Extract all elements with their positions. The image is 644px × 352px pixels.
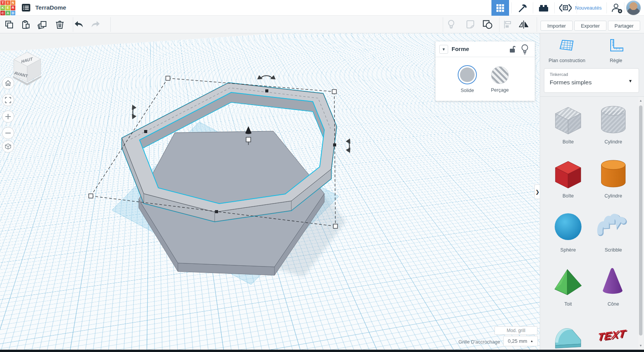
redo-icon: [90, 20, 100, 29]
paste-icon: [21, 20, 30, 29]
logo-cell: C: [0, 11, 5, 15]
rotate-handle-right[interactable]: [346, 138, 350, 153]
sidebar-scrollbar[interactable]: ▲ ▼: [638, 97, 643, 350]
logo-cell: R: [11, 5, 15, 10]
codeblocks-icon: [559, 3, 572, 13]
shape-item-scribble[interactable]: Scribble: [591, 210, 636, 264]
roof-thumbnail: [550, 264, 586, 301]
3d-designs-tab[interactable]: [491, 0, 509, 16]
zoom-out-button[interactable]: [2, 127, 14, 139]
logo-cell: K: [0, 5, 5, 10]
notes-button[interactable]: [465, 19, 476, 30]
shape-inspector-header: ▼ Forme: [435, 41, 535, 57]
shape-item-cyl-hole[interactable]: Cylindre: [591, 102, 636, 156]
export-button[interactable]: Exporter: [574, 21, 606, 31]
rotate-handle-top[interactable]: [257, 75, 276, 79]
minecraft-tab[interactable]: [511, 0, 533, 16]
logo-cell: D: [11, 11, 15, 15]
workplane-tool[interactable]: Plan construction: [544, 39, 590, 63]
lock-open-icon[interactable]: [508, 44, 518, 54]
scroll-down-icon[interactable]: ▼: [638, 343, 643, 349]
paste-button[interactable]: [20, 19, 31, 30]
zoom-in-button[interactable]: [2, 110, 14, 123]
elevate-handle[interactable]: [245, 126, 251, 134]
tinkercad-logo[interactable]: TINKERCAD: [0, 0, 16, 16]
inspector-title: Forme: [452, 46, 469, 52]
shape-item-sphere[interactable]: Sphère: [545, 210, 591, 264]
nouveautes-link[interactable]: Nouveautés: [575, 0, 601, 16]
copy-button[interactable]: [4, 19, 15, 30]
shape-gallery: Boîte Cylindre Boîte Cylindre: [542, 97, 636, 350]
duplicate-button[interactable]: [37, 19, 48, 30]
invite-button[interactable]: [609, 0, 625, 16]
home-view-button[interactable]: [2, 77, 14, 89]
box-hole-thumbnail: [550, 102, 586, 138]
group-button[interactable]: [482, 19, 493, 30]
trash-icon: [56, 20, 64, 29]
person-add-icon: [611, 3, 623, 13]
sidebar-collapse-tab[interactable]: ❯: [534, 184, 540, 199]
logo-cell: N: [11, 0, 15, 5]
share-button[interactable]: Partager: [608, 21, 640, 31]
bricks-tab[interactable]: [533, 0, 554, 16]
shape-category-value: Formes simples: [550, 79, 591, 86]
edit-toolbar: Importer Exporter Partager: [0, 16, 644, 33]
separator: [110, 17, 111, 32]
shape-category-select[interactable]: Tinkercad Formes simples ▼: [544, 68, 639, 93]
align-button[interactable]: [502, 19, 513, 30]
cyl-hole-thumbnail: [596, 102, 631, 138]
codeblocks-tab[interactable]: [554, 0, 577, 16]
workplane-icon: [559, 39, 575, 53]
show-all-button[interactable]: [446, 19, 457, 30]
shape-item-box-red[interactable]: Boîte: [545, 156, 591, 210]
shape-inspector-panel: ▼ Forme Solide Perçage: [435, 41, 535, 101]
note-icon: [466, 20, 475, 29]
mirror-button[interactable]: [518, 19, 529, 30]
perspective-toggle-button[interactable]: [2, 140, 14, 153]
logo-cell: I: [5, 0, 10, 5]
scroll-up-icon[interactable]: ▲: [638, 98, 643, 104]
grid-icon: [496, 4, 504, 12]
separator: [443, 17, 443, 32]
fit-view-icon: [5, 97, 12, 104]
separator: [499, 17, 499, 32]
svg-text:TEXT: TEXT: [597, 327, 627, 343]
separator: [537, 17, 537, 32]
mirror-icon: [518, 20, 529, 30]
logo-cell: E: [5, 5, 10, 10]
user-avatar[interactable]: [626, 0, 641, 15]
tinkercad-app: TINKERCAD TerraDome: [0, 0, 644, 352]
box-red-thumbnail: [550, 156, 586, 192]
shape-item-cyl-orange[interactable]: Cylindre: [591, 156, 636, 210]
copy-icon: [5, 20, 14, 29]
chevron-right-icon: ❯: [536, 189, 540, 195]
snap-grid-select[interactable]: 0,25 mm ▲: [503, 336, 538, 346]
shape-item-box-hole[interactable]: Boîte: [545, 102, 591, 156]
shape-item-text3d[interactable]: TEXTTEXT: [591, 318, 636, 350]
scrollbar-thumb[interactable]: [639, 105, 642, 336]
ruler-tool[interactable]: Règle: [593, 39, 639, 63]
hole-swatch: [491, 66, 509, 84]
hide-bulb-icon[interactable]: [520, 44, 530, 54]
divider: [540, 96, 644, 97]
redo-button[interactable]: [90, 19, 101, 30]
rotate-handle-left[interactable]: [132, 105, 136, 119]
shape-item-cone[interactable]: Cône: [591, 264, 636, 318]
shape-item-roof[interactable]: Toit: [545, 264, 591, 318]
ruler-icon: [608, 39, 624, 53]
shapes-sidebar: Plan construction Règle Tinkercad Formes…: [540, 33, 644, 350]
design-menu-icon[interactable]: [21, 3, 31, 12]
viewport-3d[interactable]: HAUT AVANT: [0, 33, 540, 350]
hole-option[interactable]: Perçage: [486, 65, 513, 93]
delete-button[interactable]: [54, 19, 65, 30]
import-button[interactable]: Importer: [540, 21, 573, 31]
solid-option[interactable]: Solide: [454, 65, 481, 93]
halfround-thumbnail: [550, 318, 586, 350]
edit-grid-button[interactable]: Mod. grill: [495, 326, 537, 335]
undo-button[interactable]: [74, 19, 84, 30]
document-title[interactable]: TerraDome: [35, 4, 66, 11]
solid-label: Solide: [454, 88, 481, 93]
inspector-collapse-button[interactable]: ▼: [439, 45, 448, 54]
fit-view-button[interactable]: [2, 94, 14, 106]
shape-item-halfround[interactable]: [545, 318, 591, 350]
